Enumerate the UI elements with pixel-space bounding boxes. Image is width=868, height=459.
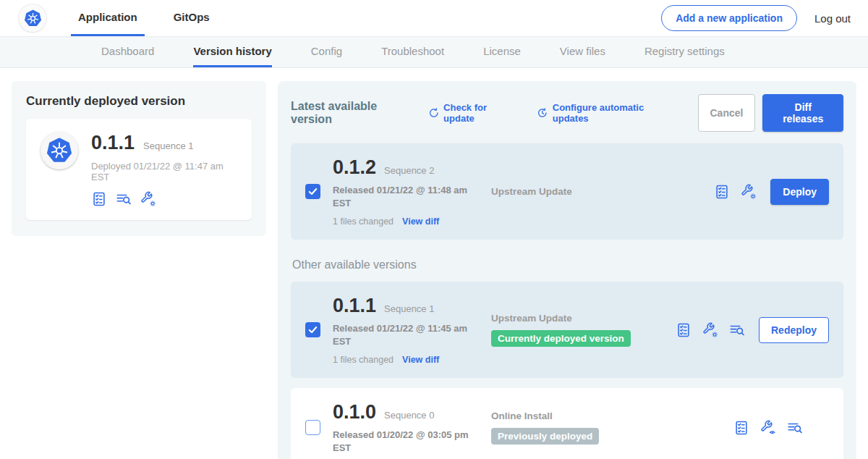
subnav-dashboard[interactable]: Dashboard <box>101 37 154 67</box>
refresh-icon <box>428 107 440 119</box>
subnav-troubleshoot[interactable]: Troubleshoot <box>381 37 444 67</box>
version-source-label: Upstream Update <box>491 313 676 324</box>
version-source-label: Upstream Update <box>491 186 676 197</box>
available-versions-panel: Latest available version Check for updat… <box>278 81 856 459</box>
version-checkbox[interactable] <box>305 322 320 337</box>
check-for-update-label: Check for update <box>443 102 518 124</box>
other-available-versions-title: Other available versions <box>292 258 843 271</box>
deployed-version-number: 0.1.1 <box>91 132 135 154</box>
check-for-update-link[interactable]: Check for update <box>428 102 519 124</box>
version-released-timestamp: Released 01/21/22 @ 11:48 am EST <box>333 184 470 209</box>
subnav-dashboard-label: Dashboard <box>101 45 154 57</box>
version-released-timestamp: Released 01/20/22 @ 03:05 pm EST <box>333 429 470 454</box>
view-logs-icon[interactable] <box>729 322 745 338</box>
version-row-0-1-1: 0.1.1 Sequence 1 Released 01/21/22 @ 11:… <box>291 282 843 378</box>
deploy-button[interactable]: Deploy <box>770 179 829 205</box>
files-changed-label: 1 files changed <box>333 216 393 227</box>
edit-config-icon[interactable] <box>140 191 156 207</box>
previously-deployed-badge: Previously deployed <box>491 428 599 445</box>
subnav-troubleshoot-label: Troubleshoot <box>381 45 444 57</box>
files-changed-label: 1 files changed <box>333 355 393 365</box>
subnav-view-files-label: View files <box>560 45 605 57</box>
release-notes-icon[interactable] <box>91 191 107 207</box>
redeploy-button[interactable]: Redeploy <box>759 317 829 343</box>
subnav-registry-settings-label: Registry settings <box>644 45 725 57</box>
latest-available-title: Latest available version <box>291 100 418 126</box>
version-checkbox[interactable] <box>305 184 320 199</box>
view-logs-icon[interactable] <box>116 191 132 207</box>
release-notes-icon[interactable] <box>676 322 692 338</box>
version-checkbox[interactable] <box>305 420 320 435</box>
version-number: 0.1.1 <box>333 295 376 317</box>
version-row-0-1-0: 0.1.0 Sequence 0 Released 01/20/22 @ 03:… <box>291 388 843 459</box>
logout-link[interactable]: Log out <box>814 12 851 25</box>
kubernetes-app-icon <box>41 132 78 169</box>
edit-config-icon[interactable] <box>741 184 757 200</box>
version-released-timestamp: Released 01/21/22 @ 11:45 am EST <box>333 322 470 348</box>
kubernetes-logo <box>19 4 46 32</box>
version-source-label: Online Install <box>491 410 676 421</box>
app-subnav: Dashboard Version history Config Trouble… <box>0 36 868 68</box>
cancel-button[interactable]: Cancel <box>698 94 756 132</box>
view-logs-icon[interactable] <box>787 420 803 436</box>
app-header: Application GitOps Add a new application… <box>0 0 868 36</box>
tab-application[interactable]: Application <box>71 0 145 36</box>
version-sequence: Sequence 1 <box>384 303 434 314</box>
currently-deployed-card: Currently deployed version 0.1.1 Sequenc… <box>12 81 266 236</box>
deployed-version-card: 0.1.1 Sequence 1 Deployed 01/21/22 @ 11:… <box>26 119 252 220</box>
add-application-button[interactable]: Add a new application <box>661 5 797 31</box>
deployed-timestamp: Deployed 01/21/22 @ 11:47 am EST <box>91 161 237 182</box>
diff-releases-button[interactable]: Diff releases <box>762 94 843 132</box>
version-sequence: Sequence 2 <box>384 165 434 176</box>
auto-update-icon <box>537 107 548 119</box>
subnav-version-history[interactable]: Version history <box>193 37 271 67</box>
view-diff-link[interactable]: View diff <box>402 355 439 365</box>
release-notes-icon[interactable] <box>714 184 730 200</box>
tab-gitops-label: GitOps <box>174 11 210 23</box>
version-number: 0.1.2 <box>333 156 376 179</box>
subnav-registry-settings[interactable]: Registry settings <box>644 37 725 67</box>
configure-automatic-updates-label: Configure automatic updates <box>553 102 679 124</box>
tab-application-label: Application <box>78 11 137 23</box>
view-diff-link[interactable]: View diff <box>402 216 439 227</box>
view-config-icon[interactable] <box>760 420 776 436</box>
subnav-view-files[interactable]: View files <box>560 37 605 67</box>
release-notes-icon[interactable] <box>733 420 749 436</box>
subnav-license[interactable]: License <box>483 37 521 67</box>
tab-gitops[interactable]: GitOps <box>166 0 217 36</box>
header-tabs: Application GitOps <box>71 0 217 36</box>
currently-deployed-badge: Currently deployed version <box>491 330 631 347</box>
deployed-card-title: Currently deployed version <box>26 94 252 109</box>
subnav-version-history-label: Version history <box>193 45 271 57</box>
subnav-license-label: License <box>483 45 521 57</box>
subnav-config-label: Config <box>311 45 342 57</box>
version-sequence: Sequence 0 <box>384 410 434 421</box>
edit-config-icon[interactable] <box>702 322 718 338</box>
subnav-config[interactable]: Config <box>311 37 342 67</box>
version-number: 0.1.0 <box>333 401 376 424</box>
deployed-sequence: Sequence 1 <box>143 140 193 151</box>
version-row-0-1-2: 0.1.2 Sequence 2 Released 01/21/22 @ 11:… <box>291 143 843 240</box>
configure-automatic-updates-link[interactable]: Configure automatic updates <box>537 102 678 124</box>
